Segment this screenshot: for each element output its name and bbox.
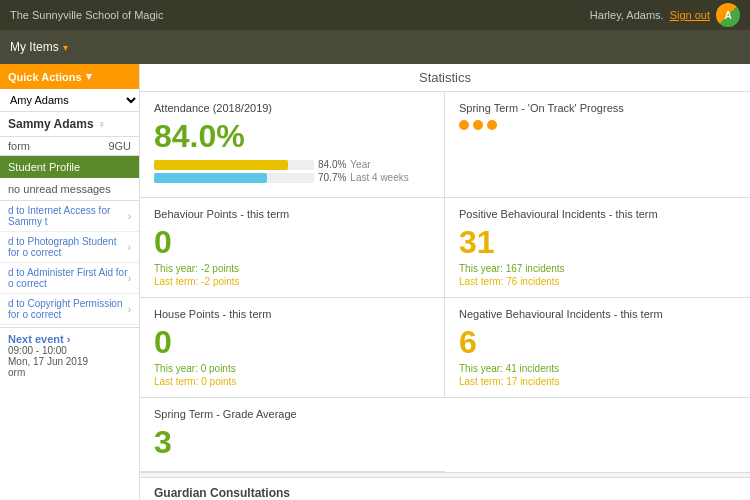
student-name-row: Sammy Adams ♀: [0, 112, 139, 137]
stat-house-points: House Points - this term 0 This year: 0 …: [140, 298, 445, 398]
quick-actions-header[interactable]: Quick Actions ▾: [0, 64, 139, 89]
attendance-bars: 84.0% Year 70.7% Last 4 weeks: [154, 159, 430, 183]
arrow-icon: ›: [128, 242, 131, 253]
house-points-label: House Points - this term: [154, 308, 430, 320]
dropdown-arrow-icon: ▾: [63, 42, 68, 53]
week-bar-track: [154, 173, 314, 183]
student-select[interactable]: Amy Adams: [0, 89, 139, 112]
positive-last-term: Last term: 76 incidents: [459, 276, 736, 287]
negative-this-year: This year: 41 incidents: [459, 363, 736, 374]
form-label: form: [8, 140, 30, 152]
dot-2: [473, 120, 483, 130]
stats-grid: Attendance (2018/2019) 84.0% 84.0% Year: [140, 92, 750, 473]
negative-last-term: Last term: 17 incidents: [459, 376, 736, 387]
permission-item-1[interactable]: d to Internet Access for Sammy t ›: [0, 201, 139, 232]
year-bar-fill: [154, 160, 288, 170]
year-bar-row: 84.0% Year: [154, 159, 430, 170]
week-bar-fill: [154, 173, 267, 183]
main-content: Statistics Attendance (2018/2019) 84.0% …: [140, 64, 750, 500]
negative-incidents-label: Negative Behavioural Incidents - this te…: [459, 308, 736, 320]
week-label: Last 4 weeks: [350, 172, 408, 183]
behaviour-last-term: Last term: -2 points: [154, 276, 430, 287]
next-event: Next event › 09:00 - 10:00 Mon, 17 Jun 2…: [0, 327, 139, 383]
my-items-button[interactable]: My Items ▾: [10, 40, 68, 54]
permission-item-4[interactable]: d to Copyright Permission for o correct …: [0, 294, 139, 325]
secondary-nav: My Items ▾: [0, 30, 750, 64]
next-event-time: 09:00 - 10:00: [8, 345, 131, 356]
year-label: Year: [350, 159, 370, 170]
top-nav: The Sunnyville School of Magic Harley, A…: [0, 0, 750, 30]
dot-3: [487, 120, 497, 130]
positive-incidents-label: Positive Behavioural Incidents - this te…: [459, 208, 736, 220]
stat-grade-average: Spring Term - Grade Average 3: [140, 398, 445, 472]
grade-average-value: 3: [154, 424, 431, 461]
user-name: Harley, Adams.: [590, 9, 664, 21]
form-value: 9GU: [108, 140, 131, 152]
statistics-header: Statistics: [140, 64, 750, 92]
dot-1: [459, 120, 469, 130]
progress-dots: [459, 120, 736, 130]
stat-attendance: Attendance (2018/2019) 84.0% 84.0% Year: [140, 92, 445, 198]
next-event-title: Next event ›: [8, 333, 131, 345]
positive-incidents-value: 31: [459, 224, 736, 261]
main-layout: Quick Actions ▾ Amy Adams Sammy Adams ♀ …: [0, 64, 750, 500]
next-event-form: orm: [8, 367, 131, 378]
arrow-icon: ›: [128, 211, 131, 222]
form-row: form 9GU: [0, 137, 139, 156]
house-this-year: This year: 0 points: [154, 363, 430, 374]
year-bar-track: [154, 160, 314, 170]
sidebar: Quick Actions ▾ Amy Adams Sammy Adams ♀ …: [0, 64, 140, 500]
next-event-date: Mon, 17 Jun 2019: [8, 356, 131, 367]
school-name: The Sunnyville School of Magic: [10, 9, 163, 21]
negative-incidents-value: 6: [459, 324, 736, 361]
permission-item-2[interactable]: d to Photograph Student for o correct ›: [0, 232, 139, 263]
behaviour-points-value: 0: [154, 224, 430, 261]
house-last-term: Last term: 0 points: [154, 376, 430, 387]
week-pct-label: 70.7%: [318, 172, 346, 183]
grade-average-label: Spring Term - Grade Average: [154, 408, 431, 420]
no-messages: no unread messages: [0, 178, 139, 201]
house-points-value: 0: [154, 324, 430, 361]
spring-progress-label: Spring Term - 'On Track' Progress: [459, 102, 736, 114]
behaviour-points-label: Behaviour Points - this term: [154, 208, 430, 220]
guardian-consultations: Guardian Consultations Parents Evening (…: [140, 477, 750, 500]
stat-positive-incidents: Positive Behavioural Incidents - this te…: [445, 198, 750, 298]
signout-link[interactable]: Sign out: [670, 9, 710, 21]
next-event-arrow-icon: ›: [67, 333, 71, 345]
quick-actions-label: Quick Actions: [8, 71, 82, 83]
student-name: Sammy Adams: [8, 117, 94, 131]
gender-icon: ♀: [98, 118, 106, 130]
avatar: A: [716, 3, 740, 27]
behaviour-this-year: This year: -2 points: [154, 263, 430, 274]
stat-spring-progress: Spring Term - 'On Track' Progress: [445, 92, 750, 198]
arrow-icon: ›: [128, 273, 131, 284]
stat-negative-incidents: Negative Behavioural Incidents - this te…: [445, 298, 750, 398]
quick-actions-arrow-icon: ▾: [86, 70, 92, 83]
year-pct-label: 84.0%: [318, 159, 346, 170]
stat-behaviour-points: Behaviour Points - this term 0 This year…: [140, 198, 445, 298]
permission-item-3[interactable]: d to Administer First Aid for o correct …: [0, 263, 139, 294]
attendance-value: 84.0%: [154, 118, 430, 155]
positive-this-year: This year: 167 incidents: [459, 263, 736, 274]
guardian-title: Guardian Consultations: [154, 486, 736, 500]
top-nav-right: Harley, Adams. Sign out A: [590, 3, 740, 27]
student-profile-button[interactable]: Student Profile: [0, 156, 139, 178]
arrow-icon: ›: [128, 304, 131, 315]
attendance-label: Attendance (2018/2019): [154, 102, 430, 114]
week-bar-row: 70.7% Last 4 weeks: [154, 172, 430, 183]
